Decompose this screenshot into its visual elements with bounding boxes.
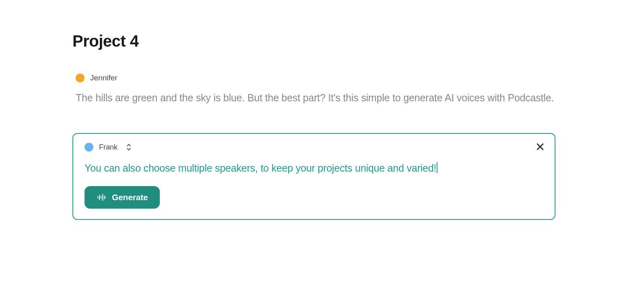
editor-card: Frank You can also choose multiple speak… bbox=[72, 133, 555, 220]
editor-speaker-row: Frank bbox=[85, 143, 543, 152]
speaker-block-jennifer: Jennifer The hills are green and the sky… bbox=[72, 74, 572, 105]
generate-button[interactable]: Generate bbox=[85, 186, 160, 209]
speaker-dot-icon bbox=[85, 143, 93, 152]
editor-speaker-name: Frank bbox=[99, 143, 118, 152]
close-icon bbox=[536, 143, 544, 151]
close-editor-button[interactable] bbox=[535, 142, 545, 152]
editor-text-wrapper[interactable]: You can also choose multiple speakers, t… bbox=[85, 162, 543, 174]
project-title[interactable]: Project 4 bbox=[72, 32, 572, 50]
waveform-icon bbox=[97, 193, 106, 202]
speaker-dot-icon bbox=[76, 74, 85, 82]
generate-button-label: Generate bbox=[112, 193, 148, 202]
text-cursor-icon bbox=[437, 162, 438, 173]
speaker-selector-jennifer[interactable]: Jennifer bbox=[72, 74, 572, 82]
speaker-name-label: Jennifer bbox=[90, 74, 118, 82]
speaker-switch-button[interactable] bbox=[125, 143, 133, 151]
chevron-up-down-icon bbox=[126, 144, 132, 151]
editor-text-input[interactable]: You can also choose multiple speakers, t… bbox=[85, 162, 436, 174]
speaker-text-content[interactable]: The hills are green and the sky is blue.… bbox=[72, 90, 572, 105]
page-container: Project 4 Jennifer The hills are green a… bbox=[0, 0, 644, 220]
